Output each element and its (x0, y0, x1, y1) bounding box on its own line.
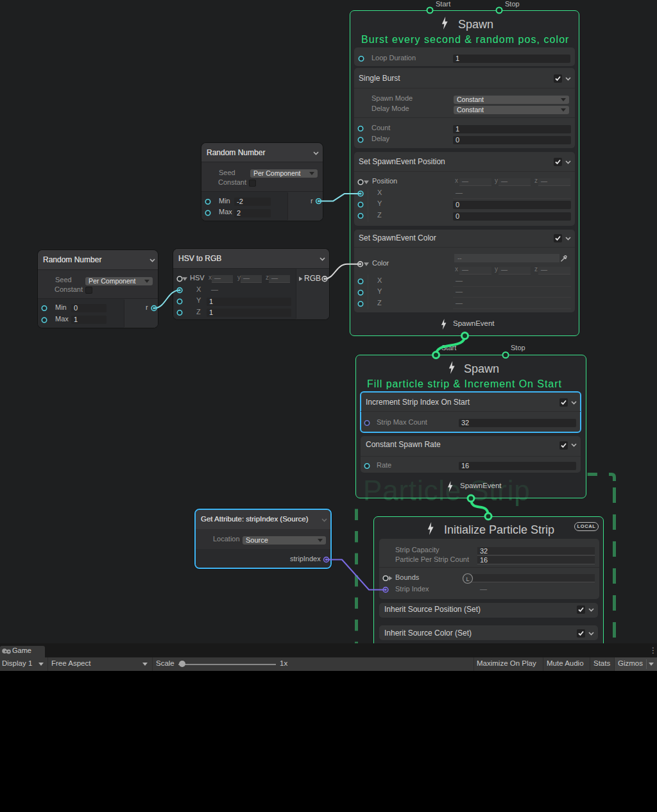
svg-text:L: L (466, 576, 469, 582)
